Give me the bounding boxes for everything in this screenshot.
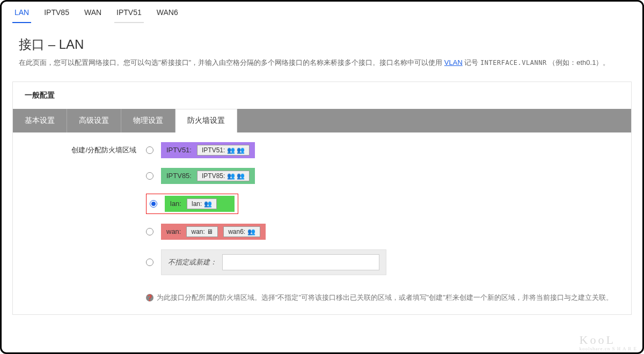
iface-chip: IPTV85: 👥 👥 <box>197 171 250 181</box>
subtab-basic[interactable]: 基本设置 <box>13 109 67 132</box>
zone-name: IPTV85: <box>166 172 192 180</box>
iface-chip: IPTV51: 👥 👥 <box>197 145 250 156</box>
watermark-main: KooL <box>580 333 616 346</box>
desc-text-3: （例如：eth0.1）。 <box>548 58 610 67</box>
desc-text-2: 记号 <box>464 58 480 67</box>
zone-bar-iptv51: IPTV51: IPTV51: 👥 👥 <box>161 142 255 158</box>
radio-lan[interactable] <box>150 200 157 208</box>
config-subtabs: 基本设置 高级设置 物理设置 防火墙设置 <box>13 109 631 132</box>
vlan-link[interactable]: VLAN <box>444 58 463 67</box>
tab-wan[interactable]: WAN <box>82 5 104 23</box>
zone-option-new[interactable]: 不指定或新建： <box>146 249 616 275</box>
zone-options: IPTV51: IPTV51: 👥 👥 IPTV85: IPTV85: 👥 👥 <box>146 142 616 305</box>
zone-field-label: 创建/分配防火墙区域 <box>28 142 146 155</box>
zone-bar-iptv85: IPTV85: IPTV85: 👥 👥 <box>161 168 255 184</box>
desc-text-1: 在此页面，您可以配置网络接口。您可以勾选"桥接接口"，并输入由空格分隔的多个网络… <box>19 58 444 67</box>
selected-highlight: lan: lan: 👥 <box>146 194 238 214</box>
zone-name: IPTV51: <box>166 146 192 154</box>
page-title: 接口 – LAN <box>2 23 642 57</box>
zone-help-text: 为此接口分配所属的防火墙区域。选择"不指定"可将该接口移出已关联的区域，或者填写… <box>146 285 616 305</box>
config-panel: 一般配置 基本设置 高级设置 物理设置 防火墙设置 创建/分配防火墙区域 IPT… <box>12 82 632 315</box>
zone-option-lan[interactable]: lan: lan: 👥 <box>146 194 616 214</box>
desc-code: INTERFACE.VLANNR <box>480 59 547 67</box>
new-zone-input[interactable] <box>222 254 379 270</box>
watermark: KooL koolshare.cn S H A R E <box>580 333 638 351</box>
zone-bar-lan: lan: lan: 👥 <box>165 196 235 212</box>
zone-bar-wan: wan: wan: 🖥 wan6: 👥 <box>161 224 266 240</box>
radio-iptv51[interactable] <box>146 146 153 154</box>
panel-header: 一般配置 <box>13 82 631 109</box>
zone-name: wan: <box>166 227 181 235</box>
iface-chip: lan: 👥 <box>187 198 217 209</box>
iface-chip: wan6: 👥 <box>223 226 260 237</box>
radio-iptv85[interactable] <box>146 172 153 180</box>
radio-new[interactable] <box>146 259 153 266</box>
zone-option-wan[interactable]: wan: wan: 🖥 wan6: 👥 <box>146 224 616 240</box>
subtab-advanced[interactable]: 高级设置 <box>67 109 121 132</box>
iface-chip: wan: 🖥 <box>186 226 218 237</box>
zone-option-iptv85[interactable]: IPTV85: IPTV85: 👥 👥 <box>146 168 616 184</box>
tab-iptv85[interactable]: IPTV85 <box>42 5 71 23</box>
new-zone-box: 不指定或新建： <box>161 249 386 275</box>
tab-iptv51[interactable]: IPTV51 <box>114 5 144 23</box>
radio-wan[interactable] <box>146 228 153 235</box>
page-description: 在此页面，您可以配置网络接口。您可以勾选"桥接接口"，并输入由空格分隔的多个网络… <box>2 57 642 77</box>
watermark-sub: koolshare.cn S H A R E <box>580 346 638 351</box>
subtab-physical[interactable]: 物理设置 <box>121 109 175 132</box>
tab-lan[interactable]: LAN <box>12 5 31 23</box>
zone-name: lan: <box>170 200 181 208</box>
tab-wan6[interactable]: WAN6 <box>155 5 180 23</box>
new-zone-label: 不指定或新建： <box>168 257 217 267</box>
interface-tabs: LAN IPTV85 WAN IPTV51 WAN6 <box>2 2 642 23</box>
zone-option-iptv51[interactable]: IPTV51: IPTV51: 👥 👥 <box>146 142 616 158</box>
subtab-firewall[interactable]: 防火墙设置 <box>175 109 237 132</box>
